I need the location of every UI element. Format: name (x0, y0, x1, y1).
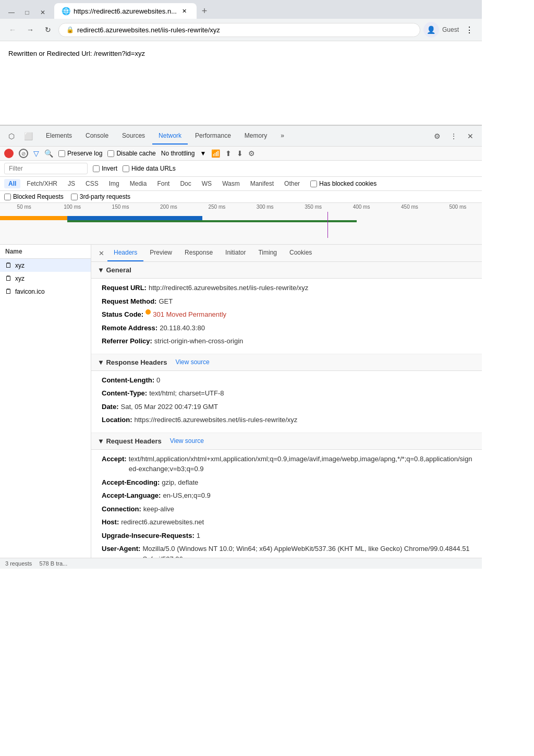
blocked-requests-checkbox[interactable] (4, 194, 11, 200)
type-css-button[interactable]: CSS (81, 179, 103, 188)
response-headers-view-source[interactable]: View source (176, 358, 210, 366)
requests-count: 3 requests (5, 560, 32, 567)
back-button[interactable]: ← (5, 22, 20, 37)
response-headers-section-header[interactable]: ▼ Response Headers View source (91, 354, 482, 371)
devtools-action-icons: ⚙ ⋮ ✕ (430, 129, 478, 143)
general-toggle[interactable]: ▼ General (98, 266, 131, 274)
detail-tab-preview[interactable]: Preview (143, 245, 178, 261)
req-connection-key: Connection: (102, 504, 141, 514)
tab-elements[interactable]: Elements (40, 128, 78, 145)
network-settings-icon[interactable]: ⚙ (248, 149, 255, 158)
type-js-button[interactable]: JS (64, 179, 79, 188)
has-blocked-cookies-checkbox[interactable] (310, 181, 317, 187)
tab-performance[interactable]: Performance (189, 128, 237, 145)
inspect-element-button[interactable]: ⬡ (4, 129, 19, 143)
browser-menu-button[interactable]: ⋮ (462, 22, 477, 37)
request-headers-view-source[interactable]: View source (170, 437, 204, 445)
tab-sources[interactable]: Sources (116, 128, 151, 145)
hide-data-urls-checkbox[interactable] (123, 165, 129, 172)
win-btn-minimize[interactable]: — (5, 6, 18, 19)
devtools-toolbar: ⬡ ⬜ Elements Console Sources Network Per… (0, 126, 482, 147)
filter-funnel-button[interactable]: ▽ (33, 149, 39, 158)
reload-button[interactable]: ↻ (41, 22, 55, 37)
device-toolbar-button[interactable]: ⬜ (21, 129, 35, 143)
has-blocked-cookies-label[interactable]: Has blocked cookies (310, 180, 377, 187)
req-accept-encoding-val: gzip, deflate (162, 477, 198, 488)
tl-label-4: 250 ms (193, 204, 241, 210)
request-headers-section-header[interactable]: ▼ Request Headers View source (91, 433, 482, 450)
tab-console[interactable]: Console (79, 128, 115, 145)
tab-favicon-icon: 🌐 (62, 7, 70, 15)
disable-cache-checkbox[interactable] (107, 150, 114, 157)
search-button[interactable]: 🔍 (44, 149, 53, 158)
type-other-button[interactable]: Other (280, 179, 304, 188)
resp-content-type-val: text/html; charset=UTF-8 (149, 388, 224, 399)
stop-button[interactable]: ⊘ (19, 149, 28, 158)
type-all-button[interactable]: All (4, 179, 20, 188)
req-user-agent-row: User-Agent: Mozilla/5.0 (Windows NT 10.0… (102, 544, 476, 558)
filter-input[interactable] (4, 163, 88, 174)
profile-button[interactable]: 👤 (423, 22, 439, 38)
file-name-0: xyz (15, 262, 25, 269)
win-btn-close[interactable]: ✕ (37, 6, 49, 19)
general-section-header[interactable]: ▼ General (91, 262, 482, 279)
file-list-header: Name (0, 245, 91, 259)
devtools-close-button[interactable]: ✕ (463, 129, 478, 143)
hide-data-urls-label[interactable]: Hide data URLs (123, 165, 176, 172)
active-tab[interactable]: 🌐 https://redirect6.azurewebsites.n... ✕ (54, 3, 197, 19)
req-host-key: Host: (102, 517, 119, 527)
req-accept-encoding-row: Accept-Encoding: gzip, deflate (102, 477, 476, 488)
tab-more[interactable]: » (274, 128, 290, 145)
type-doc-button[interactable]: Doc (176, 179, 195, 188)
url-text: redirect6.azurewebsites.net/iis-rules-re… (77, 26, 220, 34)
disable-cache-label[interactable]: Disable cache (107, 150, 155, 157)
devtools-settings-button[interactable]: ⚙ (430, 129, 444, 143)
win-btn-maximize[interactable]: □ (21, 6, 33, 19)
req-upgrade-row: Upgrade-Insecure-Requests: 1 (102, 531, 476, 541)
detail-tab-cookies[interactable]: Cookies (283, 245, 318, 261)
type-media-button[interactable]: Media (126, 179, 151, 188)
third-party-checkbox[interactable] (71, 194, 78, 200)
new-tab-button[interactable]: + (197, 3, 212, 19)
request-headers-section-body: Accept: text/html,application/xhtml+xml,… (91, 450, 482, 558)
req-accept-language-key: Accept-Language: (102, 490, 161, 501)
upload-icon[interactable]: ⬆ (225, 149, 232, 158)
type-font-button[interactable]: Font (153, 179, 174, 188)
devtools-more-button[interactable]: ⋮ (446, 129, 461, 143)
type-fetch-xhr-button[interactable]: Fetch/XHR (22, 179, 62, 188)
tl-label-2: 150 ms (96, 204, 144, 210)
type-img-button[interactable]: Img (105, 179, 124, 188)
detail-tab-timing[interactable]: Timing (252, 245, 283, 261)
type-ws-button[interactable]: WS (198, 179, 216, 188)
tl-label-8: 450 ms (385, 204, 433, 210)
tab-network[interactable]: Network (152, 128, 188, 145)
url-box[interactable]: 🔒 redirect6.azurewebsites.net/iis-rules-… (58, 23, 420, 37)
tab-close-button[interactable]: ✕ (180, 6, 189, 16)
detail-close-button[interactable]: ✕ (95, 245, 107, 261)
blocked-row: Blocked Requests 3rd-party requests (0, 191, 482, 203)
preserve-log-checkbox[interactable] (58, 150, 65, 157)
detail-tab-headers[interactable]: Headers (107, 245, 143, 261)
third-party-label[interactable]: 3rd-party requests (71, 193, 130, 200)
type-manifest-button[interactable]: Manifest (246, 179, 278, 188)
response-headers-section-body: Content-Length: 0 Content-Type: text/htm… (91, 371, 482, 433)
guest-label: Guest (442, 26, 459, 33)
invert-label[interactable]: Invert (93, 165, 117, 172)
request-headers-toggle[interactable]: ▼ Request Headers (98, 437, 162, 445)
file-item-2[interactable]: 🗒 favicon.ico (0, 285, 91, 298)
blocked-requests-label[interactable]: Blocked Requests (4, 193, 64, 200)
invert-checkbox[interactable] (93, 165, 100, 172)
record-button[interactable] (4, 149, 14, 158)
response-headers-toggle[interactable]: ▼ Response Headers (98, 358, 167, 366)
file-item-0[interactable]: 🗒 xyz (0, 259, 91, 272)
preserve-log-label[interactable]: Preserve log (58, 150, 102, 157)
type-wasm-button[interactable]: Wasm (218, 179, 244, 188)
file-list: Name 🗒 xyz 🗒 xyz 🗒 favicon.ico (0, 245, 91, 558)
detail-tab-response[interactable]: Response (178, 245, 219, 261)
throttle-dropdown-icon[interactable]: ▼ (200, 150, 206, 157)
forward-button[interactable]: → (23, 22, 38, 37)
download-icon[interactable]: ⬇ (237, 149, 243, 158)
file-item-1[interactable]: 🗒 xyz (0, 272, 91, 285)
detail-tab-initiator[interactable]: Initiator (219, 245, 252, 261)
tab-memory[interactable]: Memory (238, 128, 273, 145)
